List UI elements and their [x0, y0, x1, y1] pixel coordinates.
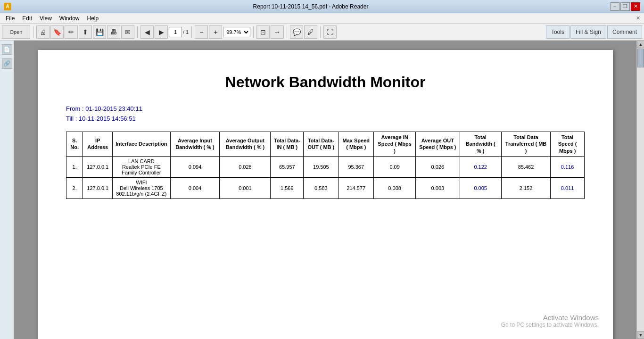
app-icon: A [4, 3, 11, 10]
report-table: S. No. IP Address Interface Description … [66, 132, 585, 199]
toolbar-sep-1 [33, 26, 33, 38]
menu-window[interactable]: Window [56, 14, 83, 23]
col-avg-in-speed: Average IN Speed ( Mbps ) [374, 132, 416, 157]
table-cell: 0.005 [460, 177, 501, 198]
table-cell: 127.0.0.1 [83, 156, 113, 177]
table-cell: 0.026 [416, 156, 460, 177]
scroll-track [637, 48, 644, 331]
table-cell: 1.569 [271, 177, 304, 198]
scroll-thumb[interactable] [637, 49, 644, 67]
table-cell: 1. [66, 156, 83, 177]
till-date: Till : 10-11-2015 14:56:51 [66, 115, 585, 122]
col-max-speed: Max Speed ( Mbps ) [339, 132, 374, 157]
activate-windows-watermark: Activate Windows Go to PC settings to ac… [501, 314, 599, 328]
toolbar-sep-3 [191, 26, 192, 38]
col-total-data-in: Total Data-IN ( MB ) [271, 132, 304, 157]
close-x: ✕ [636, 15, 642, 21]
next-page-button[interactable]: ▶ [155, 25, 168, 39]
menu-view[interactable]: View [36, 14, 56, 23]
zoom-select[interactable]: 99.7% 50% 75% 100% 150% [223, 27, 250, 37]
zoom-in-button[interactable]: + [209, 25, 222, 39]
col-avg-out-speed: Average OUT Speed ( Mbps ) [416, 132, 460, 157]
print2-icon[interactable]: 🖶 [107, 25, 120, 39]
toolbar: Open 🖨 🔖 ✏ ⬆ 💾 🖶 ✉ ◀ ▶ / 1 − + 99.7% 50%… [0, 24, 644, 41]
scroll-down-button[interactable]: ▼ [637, 331, 644, 339]
highlight-icon[interactable]: 🖊 [304, 25, 317, 39]
col-total-data-transferred: Total Data Transferred ( MB ) [501, 132, 550, 157]
restore-button[interactable]: ❐ [620, 2, 630, 11]
table-cell: WIFI Dell Wireless 1705 802.11b/g/n (2.4… [113, 177, 171, 198]
sticky-note-icon[interactable]: 💬 [290, 25, 303, 39]
scrollbar-vertical[interactable]: ▲ ▼ [636, 41, 644, 339]
table-cell: 0.001 [220, 177, 271, 198]
col-avg-input-bw: Average Input Bandwidth ( % ) [170, 132, 220, 157]
main-layout: 📄 🔗 Network Bandwidth Monitor From : 01-… [0, 41, 644, 339]
bookmark-icon[interactable]: 🔖 [50, 25, 64, 39]
table-cell: 19.505 [304, 156, 339, 177]
toolbar-right: Tools Fill & Sign Comment [546, 25, 642, 39]
toolbar-sep-2 [137, 26, 138, 38]
col-total-data-out: Total Data-OUT ( MB ) [304, 132, 339, 157]
comment-button[interactable]: Comment [607, 25, 642, 39]
minimize-button[interactable]: − [610, 2, 619, 11]
table-cell: LAN CARD Realtek PCIe FE Family Controll… [113, 156, 171, 177]
window-title: Report 10-11-2015 14_56.pdf - Adobe Read… [11, 3, 610, 10]
menu-bar: File Edit View Window Help ✕ [0, 13, 644, 24]
from-date: From : 01-10-2015 23:40:11 [66, 105, 585, 112]
table-row: 2.127.0.0.1WIFI Dell Wireless 1705 802.1… [66, 177, 585, 198]
tools-button[interactable]: Tools [546, 25, 570, 39]
table-cell: 0.011 [551, 177, 585, 198]
table-cell: 0.004 [170, 177, 220, 198]
table-cell: 214.577 [339, 177, 374, 198]
activate-windows-title: Activate Windows [501, 314, 599, 322]
upload-icon[interactable]: ⬆ [79, 25, 92, 39]
table-cell: 2. [66, 177, 83, 198]
menu-edit[interactable]: Edit [18, 14, 36, 23]
table-cell: 0.008 [374, 177, 416, 198]
scroll-up-button[interactable]: ▲ [637, 41, 644, 48]
window-controls: − ❐ ✕ [610, 2, 640, 11]
table-cell: 65.957 [271, 156, 304, 177]
col-total-speed: Total Speed ( Mbps ) [551, 132, 585, 157]
email-icon[interactable]: ✉ [121, 25, 134, 39]
table-cell: 0.094 [170, 156, 220, 177]
pages-icon[interactable]: 📄 [2, 44, 12, 55]
page-nav: / 1 [169, 27, 189, 37]
col-sno: S. No. [66, 132, 83, 157]
col-ip: IP Address [83, 132, 113, 157]
edit-icon[interactable]: ✏ [65, 25, 78, 39]
pdf-page: Network Bandwidth Monitor From : 01-10-2… [38, 50, 613, 339]
col-interface: Interface Description [113, 132, 171, 157]
toolbar-sep-4 [253, 26, 254, 38]
menu-file[interactable]: File [2, 14, 18, 23]
table-cell: 0.028 [220, 156, 271, 177]
page-number-input[interactable] [169, 27, 182, 37]
activate-windows-subtitle: Go to PC settings to activate Windows. [501, 322, 599, 328]
table-cell: 85.462 [501, 156, 550, 177]
content-wrapper: Network Bandwidth Monitor From : 01-10-2… [14, 41, 644, 339]
col-total-bw: Total Bandwidth ( % ) [460, 132, 501, 157]
fill-sign-button[interactable]: Fill & Sign [570, 25, 606, 39]
print-icon[interactable]: 🖨 [36, 25, 50, 39]
toolbar-sep-5 [287, 26, 287, 38]
bookmarks-icon[interactable]: 🔗 [2, 58, 12, 69]
col-avg-output-bw: Average Output Bandwidth ( % ) [220, 132, 271, 157]
table-cell: 95.367 [339, 156, 374, 177]
close-button[interactable]: ✕ [631, 2, 640, 11]
table-cell: 0.09 [374, 156, 416, 177]
table-cell: 0.122 [460, 156, 501, 177]
save-icon[interactable]: 💾 [93, 25, 106, 39]
table-cell: 0.116 [551, 156, 585, 177]
expand-icon[interactable]: ⛶ [323, 25, 337, 39]
open-folder-icon[interactable]: Open [2, 25, 30, 39]
table-cell: 0.003 [416, 177, 460, 198]
fit-width-icon[interactable]: ↔ [271, 25, 284, 39]
report-title: Network Bandwidth Monitor [66, 74, 585, 91]
fit-page-icon[interactable]: ⊡ [256, 25, 270, 39]
table-cell: 127.0.0.1 [83, 177, 113, 198]
zoom-out-button[interactable]: − [195, 25, 208, 39]
report-dates: From : 01-10-2015 23:40:11 Till : 10-11-… [66, 105, 585, 122]
pdf-content: Network Bandwidth Monitor From : 01-10-2… [14, 41, 636, 339]
prev-page-button[interactable]: ◀ [140, 25, 154, 39]
menu-help[interactable]: Help [83, 14, 103, 23]
